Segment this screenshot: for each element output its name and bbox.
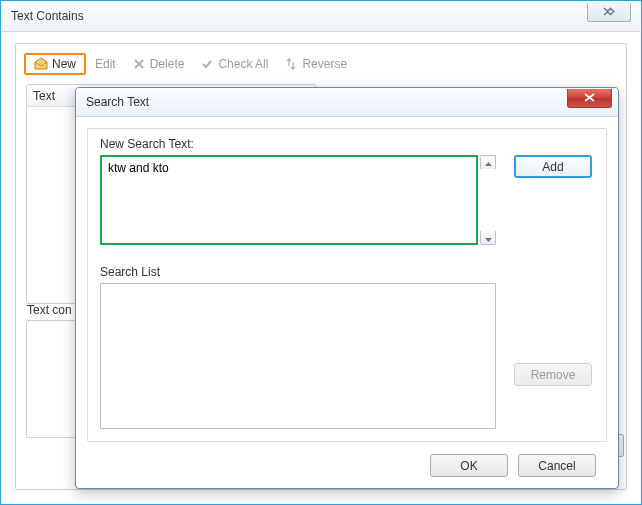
outer-close-button[interactable] bbox=[587, 3, 631, 22]
new-button[interactable]: New bbox=[24, 53, 86, 75]
new-search-text-label: New Search Text: bbox=[100, 137, 194, 151]
spin-down-button[interactable] bbox=[480, 231, 496, 245]
chevron-up-icon bbox=[485, 156, 492, 170]
reverse-label: Reverse bbox=[302, 57, 347, 71]
new-icon bbox=[34, 57, 48, 71]
ok-label: OK bbox=[460, 459, 477, 473]
check-icon bbox=[200, 57, 214, 71]
search-list-label: Search List bbox=[100, 265, 160, 279]
dialog-close-button[interactable] bbox=[567, 89, 612, 108]
reverse-icon bbox=[284, 57, 298, 71]
new-label: New bbox=[52, 57, 76, 71]
text-contains-label: Text con bbox=[27, 303, 72, 317]
dialog-title: Search Text bbox=[86, 95, 149, 109]
check-all-button[interactable]: Check All bbox=[193, 53, 275, 75]
delete-icon bbox=[132, 57, 146, 71]
toolbar: New Edit Delete Check All Reverse bbox=[24, 52, 618, 76]
ok-button[interactable]: OK bbox=[430, 454, 508, 477]
edit-label: Edit bbox=[95, 57, 116, 71]
outer-title: Text Contains bbox=[11, 9, 84, 23]
new-search-text-frame bbox=[100, 155, 478, 245]
close-icon bbox=[584, 91, 595, 105]
dialog-body: New Search Text: Add Search List Remove bbox=[87, 128, 607, 442]
check-all-label: Check All bbox=[218, 57, 268, 71]
outer-titlebar: Text Contains bbox=[2, 2, 640, 32]
dialog-footer: OK Cancel bbox=[76, 442, 618, 488]
add-button[interactable]: Add bbox=[514, 155, 592, 178]
remove-label: Remove bbox=[531, 368, 576, 382]
spin-up-button[interactable] bbox=[480, 155, 496, 169]
add-label: Add bbox=[542, 160, 563, 174]
edit-button[interactable]: Edit bbox=[88, 53, 123, 75]
close-x-icon bbox=[603, 5, 615, 19]
reverse-button[interactable]: Reverse bbox=[277, 53, 354, 75]
cancel-label: Cancel bbox=[538, 459, 575, 473]
new-search-text-input[interactable] bbox=[102, 157, 476, 243]
delete-button[interactable]: Delete bbox=[125, 53, 192, 75]
delete-label: Delete bbox=[150, 57, 185, 71]
chevron-down-icon bbox=[485, 231, 492, 245]
search-text-dialog: Search Text New Search Text: Add Search … bbox=[75, 87, 619, 489]
dialog-titlebar: Search Text bbox=[76, 88, 618, 117]
search-list[interactable] bbox=[100, 283, 496, 429]
cancel-button[interactable]: Cancel bbox=[518, 454, 596, 477]
remove-button[interactable]: Remove bbox=[514, 363, 592, 386]
